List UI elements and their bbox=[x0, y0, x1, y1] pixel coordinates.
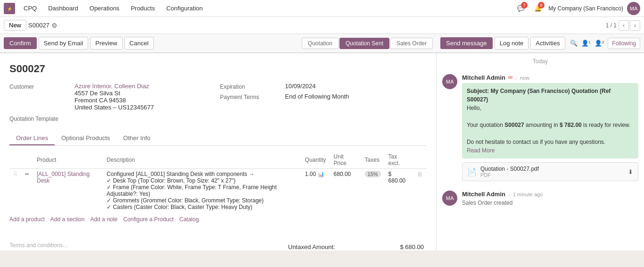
drag-handle[interactable]: ⠿ bbox=[9, 169, 21, 213]
terms-placeholder[interactable]: Terms and conditions... bbox=[9, 238, 67, 250]
chat-avatar-2: MA bbox=[442, 191, 457, 206]
table-row: ⠿ ✏ [ALL_0001] Standing Desk Configured … bbox=[9, 169, 427, 213]
messages-icon[interactable]: 💬 7 bbox=[514, 2, 528, 15]
add-note-link[interactable]: Add a note bbox=[90, 216, 117, 223]
chat-time-2: 1 minute ago bbox=[513, 192, 543, 197]
col-unit-price: Unit Price bbox=[330, 151, 361, 169]
form-area: S00027 Customer Azure Interior, Colleen … bbox=[0, 53, 437, 250]
prev-record-button[interactable]: ‹ bbox=[619, 20, 629, 31]
send-email-button[interactable]: Send by Email bbox=[39, 37, 89, 50]
nav-configuration[interactable]: Configuration bbox=[162, 3, 207, 14]
quotation-template-label: Quotation Template bbox=[9, 115, 71, 122]
preview-button[interactable]: Preview bbox=[90, 37, 122, 50]
read-more-link[interactable]: Read More bbox=[467, 147, 495, 154]
expiration-label: Expiration bbox=[220, 83, 281, 90]
tab-optional-products[interactable]: Optional Products bbox=[55, 132, 116, 145]
attachment-meta: PDF bbox=[480, 172, 539, 178]
attachment[interactable]: 📄 Quotation - S00027.pdf PDF ⬇ bbox=[462, 162, 638, 181]
action-bar: Confirm Send by Email Preview Cancel Quo… bbox=[0, 34, 437, 53]
app-logo[interactable]: ⚡ bbox=[4, 3, 15, 14]
edit-row-icon[interactable]: ✏ bbox=[25, 171, 29, 177]
download-icon[interactable]: ⬇ bbox=[628, 168, 633, 175]
customer-address2: Fremont CA 94538 bbox=[74, 97, 126, 104]
col-quantity: Quantity bbox=[301, 151, 330, 169]
chat-avatar-1: MA bbox=[442, 74, 457, 89]
product-unit-price[interactable]: 680.00 bbox=[330, 169, 361, 213]
gear-icon[interactable]: ⚙ bbox=[51, 22, 58, 29]
email-icon: ✉ bbox=[508, 75, 512, 81]
add-section-link[interactable]: Add a section bbox=[50, 216, 85, 223]
record-title: S00027 bbox=[9, 63, 427, 75]
nav-cpq[interactable]: CPQ bbox=[19, 3, 41, 14]
record-id: S00027 bbox=[28, 22, 50, 29]
chat-area: Today MA Mitchell Admin ✉ - now Subject:… bbox=[437, 53, 644, 250]
svg-text:⚡: ⚡ bbox=[7, 6, 13, 12]
delete-row-icon[interactable]: 🗑 bbox=[417, 171, 423, 177]
pdf-icon: 📄 bbox=[467, 167, 477, 176]
customer-label: Customer bbox=[9, 83, 71, 111]
product-description: Configured [ALL_0001] Standing Desk with… bbox=[103, 169, 301, 213]
company-label: My Company (San Francisco) bbox=[548, 5, 623, 12]
following-button[interactable]: Following bbox=[608, 38, 640, 49]
attachment-name: Quotation - S00027.pdf bbox=[480, 166, 539, 172]
status-sent[interactable]: Quotation Sent bbox=[339, 38, 389, 49]
chat-separator-2: - bbox=[508, 192, 510, 197]
totals-table: Untaxed Amount: $ 680.00 Tax 15%: $ 102.… bbox=[285, 242, 427, 250]
product-tax-excl: $ 680.00 bbox=[385, 169, 413, 213]
record-counter: 1 / 1 bbox=[606, 22, 617, 29]
user-avatar[interactable]: MA bbox=[627, 2, 640, 15]
add-links: Add a product Add a section Add a note C… bbox=[9, 216, 427, 223]
chat-bubble-1: Subject: My Company (San Francisco) Quot… bbox=[462, 83, 638, 159]
expiration-value[interactable]: 10/09/2024 bbox=[285, 83, 316, 90]
activities-button[interactable]: Activities bbox=[530, 37, 565, 50]
confirm-button[interactable]: Confirm bbox=[4, 37, 37, 49]
product-name[interactable]: [ALL_0001] Standing Desk bbox=[33, 169, 103, 213]
payment-terms-value[interactable]: End of Following Month bbox=[285, 93, 349, 100]
col-taxes: Taxes bbox=[361, 151, 385, 169]
customer-address3: United States – US12345677 bbox=[74, 104, 154, 111]
chat-action-bar: Send message Log note Activities 🔍 👤¹ 👤²… bbox=[437, 34, 644, 53]
top-nav: ⚡ CPQ Dashboard Operations Products Conf… bbox=[0, 0, 644, 17]
chat-separator: - bbox=[515, 75, 517, 81]
cancel-button[interactable]: Cancel bbox=[124, 37, 154, 50]
chat-message-1: MA Mitchell Admin ✉ - now Subject: My Co… bbox=[437, 69, 644, 186]
nav-dashboard[interactable]: Dashboard bbox=[43, 3, 83, 14]
untaxed-value: $ 680.00 bbox=[377, 242, 426, 250]
order-table: Product Description Quantity Unit Price … bbox=[9, 151, 427, 212]
followers-icon[interactable]: 👤¹ bbox=[581, 40, 591, 47]
product-quantity[interactable]: 1.00 📊 bbox=[301, 169, 330, 213]
status-quotation[interactable]: Quotation bbox=[302, 38, 339, 49]
untaxed-label: Untaxed Amount: bbox=[286, 242, 376, 250]
add-follower-icon[interactable]: 👤² bbox=[594, 40, 604, 47]
chat-author-2: Mitchell Admin bbox=[462, 191, 505, 198]
payment-terms-label: Payment Terms bbox=[220, 93, 281, 100]
nav-operations[interactable]: Operations bbox=[85, 3, 124, 14]
chat-author-1: Mitchell Admin bbox=[462, 74, 505, 81]
add-product-link[interactable]: Add a product bbox=[9, 216, 45, 223]
catalog-link[interactable]: Catalog bbox=[179, 216, 198, 223]
col-description: Description bbox=[103, 151, 301, 169]
chat-message-2: MA Mitchell Admin - 1 minute ago Sales O… bbox=[437, 186, 644, 211]
activities-bell-icon[interactable]: 🔔 8 bbox=[531, 2, 545, 15]
chat-date: Today bbox=[437, 53, 644, 69]
nav-products[interactable]: Products bbox=[126, 3, 159, 14]
chat-time-1: now bbox=[520, 75, 529, 81]
tab-order-lines[interactable]: Order Lines bbox=[9, 132, 55, 145]
configure-product-link[interactable]: Configure a Product bbox=[124, 216, 174, 223]
search-icon[interactable]: 🔍 bbox=[570, 40, 578, 47]
order-tabs: Order Lines Optional Products Other Info bbox=[9, 132, 427, 146]
new-button[interactable]: New bbox=[4, 20, 26, 31]
send-message-button[interactable]: Send message bbox=[440, 37, 493, 49]
product-tax[interactable]: 15% bbox=[361, 169, 385, 213]
internal-message: Sales Order created bbox=[462, 200, 638, 206]
next-record-button[interactable]: › bbox=[630, 20, 640, 31]
status-sales-order[interactable]: Sales Order bbox=[390, 38, 433, 49]
second-nav: New S00027 ⚙ 1 / 1 ‹ › bbox=[0, 17, 644, 34]
customer-address1: 4557 De Silva St bbox=[74, 90, 120, 97]
customer-name[interactable]: Azure Interior, Colleen Diaz bbox=[74, 83, 149, 90]
tab-other-info[interactable]: Other Info bbox=[116, 132, 157, 145]
status-tabs: Quotation Quotation Sent Sales Order bbox=[302, 38, 433, 49]
col-tax-excl: Tax excl. bbox=[385, 151, 413, 169]
col-product: Product bbox=[33, 151, 103, 169]
log-note-button[interactable]: Log note bbox=[495, 37, 529, 50]
